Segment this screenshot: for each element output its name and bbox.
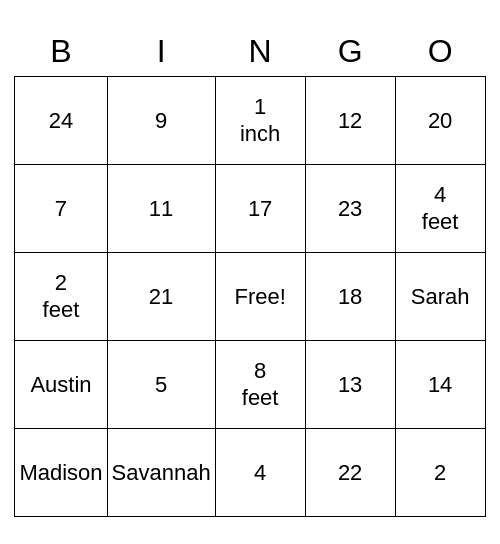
cell-4-0: Madison [15, 429, 107, 517]
cell-1-4: 4feet [395, 165, 485, 253]
cell-0-1: 9 [107, 77, 215, 165]
cell-0-0: 24 [15, 77, 107, 165]
cell-2-3: 18 [305, 253, 395, 341]
header-row: B I N G O [15, 27, 485, 77]
table-row: 71117234feet [15, 165, 485, 253]
cell-1-2: 17 [215, 165, 305, 253]
table-row: Austin58feet1314 [15, 341, 485, 429]
cell-1-1: 11 [107, 165, 215, 253]
cell-2-4: Sarah [395, 253, 485, 341]
table-row: MadisonSavannah4222 [15, 429, 485, 517]
cell-3-2: 8feet [215, 341, 305, 429]
header-i: I [107, 27, 215, 77]
cell-1-3: 23 [305, 165, 395, 253]
cell-2-2: Free! [215, 253, 305, 341]
table-row: 2491inch1220 [15, 77, 485, 165]
cell-0-2: 1inch [215, 77, 305, 165]
cell-3-0: Austin [15, 341, 107, 429]
cell-3-3: 13 [305, 341, 395, 429]
cell-4-1: Savannah [107, 429, 215, 517]
cell-0-3: 12 [305, 77, 395, 165]
cell-4-4: 2 [395, 429, 485, 517]
table-row: 2feet21Free!18Sarah [15, 253, 485, 341]
header-o: O [395, 27, 485, 77]
cell-4-3: 22 [305, 429, 395, 517]
cell-2-1: 21 [107, 253, 215, 341]
header-n: N [215, 27, 305, 77]
bingo-card: B I N G O 2491inch122071117234feet2feet2… [14, 27, 485, 518]
header-b: B [15, 27, 107, 77]
cell-3-1: 5 [107, 341, 215, 429]
cell-3-4: 14 [395, 341, 485, 429]
bingo-table: B I N G O 2491inch122071117234feet2feet2… [14, 27, 485, 518]
cell-1-0: 7 [15, 165, 107, 253]
cell-2-0: 2feet [15, 253, 107, 341]
cell-0-4: 20 [395, 77, 485, 165]
cell-4-2: 4 [215, 429, 305, 517]
header-g: G [305, 27, 395, 77]
